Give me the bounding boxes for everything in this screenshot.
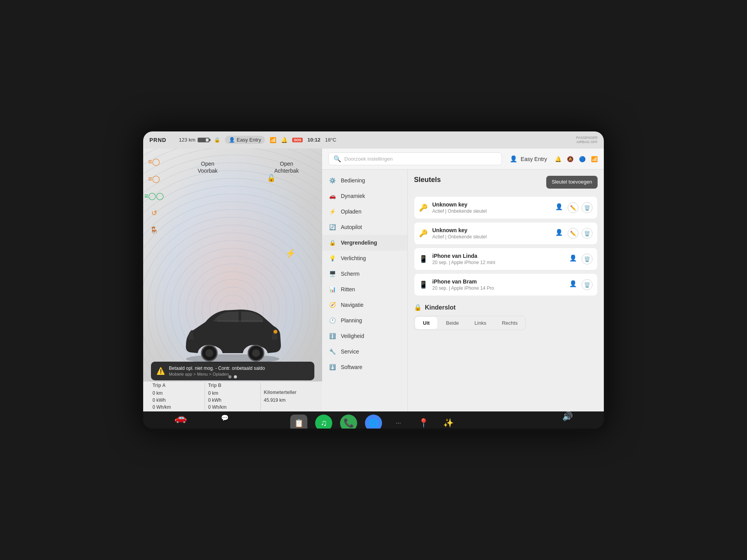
search-placeholder: Doorzoek instellingen bbox=[344, 156, 393, 162]
open-voorbak-label[interactable]: Open Voorbak bbox=[198, 160, 217, 174]
search-bar: 🔍 Doorzoek instellingen 👤 Easy Entry 🔔 🔕… bbox=[322, 149, 604, 170]
menu-item-software[interactable]: ⬇️ Software bbox=[322, 359, 407, 375]
key-user-icon: 👤 bbox=[569, 280, 579, 289]
key-name: Unknown key bbox=[432, 227, 551, 233]
menu-item-autopilot[interactable]: 🔄 Autopilot bbox=[322, 219, 407, 235]
bell-icon-header[interactable]: 🔕 bbox=[567, 156, 573, 162]
autopilot-label: Autopilot bbox=[341, 224, 362, 230]
tesla-screen: PRND 123 km 🔒 👤 Easy Entry 📶 🔔 SOS 10:12… bbox=[140, 128, 607, 432]
verlichting-icon: 💡 bbox=[328, 254, 336, 262]
menu-item-veiligheid[interactable]: ℹ️ Veiligheid bbox=[322, 328, 407, 344]
key-actions: 👤✏️🗑️ bbox=[555, 228, 593, 239]
key-info: iPhone van Bram 20 sep. | Apple iPhone 1… bbox=[432, 278, 565, 291]
message-taskbar-icon[interactable]: 💬 bbox=[221, 414, 229, 422]
phone-taskbar-icon[interactable]: 📞 bbox=[340, 415, 357, 432]
page-dots bbox=[228, 375, 237, 378]
sos-badge: SOS bbox=[292, 138, 303, 142]
menu-item-vergrendeling[interactable]: 🔒 Vergrendeling bbox=[322, 235, 407, 250]
charge-lightning: ⚡ bbox=[285, 248, 296, 259]
spotify-taskbar-icon[interactable]: ♫ bbox=[315, 415, 332, 432]
bediening-label: Bediening bbox=[341, 177, 365, 184]
toggle-btn-links[interactable]: Links bbox=[467, 316, 494, 330]
car-taskbar-icon[interactable]: 🚗 bbox=[174, 412, 187, 424]
settings-panel: 🔍 Doorzoek instellingen 👤 Easy Entry 🔔 🔕… bbox=[322, 149, 604, 411]
bluetooth-icon[interactable]: 🔵 bbox=[579, 156, 586, 162]
veiligheid-icon: ℹ️ bbox=[328, 332, 336, 340]
menu-item-scherm[interactable]: 🖥️ Scherm bbox=[322, 266, 407, 282]
key-row-key4: 📱 iPhone van Bram 20 sep. | Apple iPhone… bbox=[414, 273, 598, 296]
profile-header: 👤 Easy Entry bbox=[507, 155, 550, 163]
key-row-key1: 🔑 Unknown key Actief | Onbekende sleutel… bbox=[414, 196, 598, 219]
files-taskbar-icon[interactable]: 📋 bbox=[290, 415, 307, 432]
service-label: Service bbox=[341, 348, 359, 355]
odometer-label: Kilometerteller bbox=[264, 390, 313, 395]
menu-item-opladen[interactable]: ⚡ Opladen bbox=[322, 204, 407, 219]
key-delete-icon[interactable]: 🗑️ bbox=[582, 228, 593, 239]
profile-status[interactable]: 👤 Easy Entry bbox=[225, 136, 265, 144]
menu-item-bediening[interactable]: ⚙️ Bediening bbox=[322, 173, 407, 188]
svg-point-2 bbox=[205, 349, 213, 357]
status-bar: PRND 123 km 🔒 👤 Easy Entry 📶 🔔 SOS 10:12… bbox=[143, 131, 604, 149]
key-info: iPhone van Linda 20 sep. | Apple iPhone … bbox=[432, 253, 565, 265]
mode-icon: ≡◯◯ bbox=[148, 191, 160, 201]
software-label: Software bbox=[341, 364, 362, 370]
volume-taskbar-icon[interactable]: 🔊 bbox=[562, 411, 573, 422]
key-actions: 👤✏️🗑️ bbox=[555, 202, 593, 213]
dynamiek-icon: 🚗 bbox=[328, 192, 336, 200]
taskbar: 🚗 💬 📋 ♫ 📞 🌐 ··· 📍 ✨ 🔊 bbox=[143, 411, 604, 432]
settings-content: ⚙️ Bediening 🚗 Dynamiek ⚡ Opladen 🔄 Auto… bbox=[322, 170, 604, 411]
star-taskbar-icon[interactable]: ✨ bbox=[440, 415, 457, 432]
more-taskbar-icon[interactable]: ··· bbox=[390, 415, 407, 432]
svg-point-4 bbox=[252, 349, 260, 357]
menu-item-service[interactable]: 🔧 Service bbox=[322, 344, 407, 359]
profile-person-icon-header: 👤 bbox=[510, 155, 517, 163]
kinderslot-title: 🔒 Kinderslot bbox=[414, 304, 598, 311]
menu-item-navigatie[interactable]: 🧭 Navigatie bbox=[322, 297, 407, 313]
battery-indicator bbox=[198, 138, 209, 142]
navigatie-label: Navigatie bbox=[341, 302, 363, 308]
distance-value: 123 km bbox=[179, 137, 196, 143]
verlichting-label: Verlichting bbox=[341, 255, 366, 261]
key-delete-icon[interactable]: 🗑️ bbox=[582, 254, 593, 264]
autopilot-icon: 🔄 bbox=[328, 223, 336, 231]
key-edit-icon[interactable]: ✏️ bbox=[568, 228, 579, 239]
side-icons: ≡◯ ≡◯ ≡◯◯ ↺ 🪑 bbox=[148, 156, 160, 236]
search-input-wrap[interactable]: 🔍 Doorzoek instellingen bbox=[328, 152, 502, 165]
wifi-icon-header[interactable]: 📶 bbox=[591, 156, 598, 162]
service-icon: 🔧 bbox=[328, 348, 336, 355]
key-type-icon: 🔑 bbox=[419, 229, 428, 238]
key-edit-icon[interactable]: ✏️ bbox=[568, 202, 579, 213]
odometer-value: 45.919 km bbox=[264, 397, 313, 404]
browser-taskbar-icon[interactable]: 🌐 bbox=[365, 415, 382, 432]
maps-taskbar-icon[interactable]: 📍 bbox=[415, 415, 432, 432]
key-delete-icon[interactable]: 🗑️ bbox=[582, 202, 593, 213]
toggle-btn-beide[interactable]: Beide bbox=[438, 316, 466, 330]
warning-title: Betaald opl. niet mog. - Contr. onbetaal… bbox=[169, 366, 265, 371]
menu-panel: ⚙️ Bediening 🚗 Dynamiek ⚡ Opladen 🔄 Auto… bbox=[322, 170, 408, 411]
keys-list: 🔑 Unknown key Actief | Onbekende sleutel… bbox=[414, 196, 598, 296]
add-key-button[interactable]: Sleutel toevoegen bbox=[546, 176, 598, 189]
menu-item-ritten[interactable]: 📊 Ritten bbox=[322, 282, 407, 297]
menu-item-planning[interactable]: 🕐 Planning bbox=[322, 313, 407, 328]
open-achterbak-label[interactable]: Open Achterbak bbox=[274, 160, 299, 174]
planning-label: Planning bbox=[341, 317, 362, 324]
search-icon: 🔍 bbox=[333, 155, 341, 163]
key-status: Actief | Onbekende sleutel bbox=[432, 234, 551, 240]
key-status: Actief | Onbekende sleutel bbox=[432, 208, 551, 214]
ritten-icon: 📊 bbox=[328, 285, 336, 293]
menu-item-verlichting[interactable]: 💡 Verlichting bbox=[322, 250, 407, 266]
foglights-icon: ≡◯ bbox=[148, 173, 160, 184]
veiligheid-label: Veiligheid bbox=[341, 333, 364, 339]
key-delete-icon[interactable]: 🗑️ bbox=[582, 279, 593, 290]
headlights-icon: ≡◯ bbox=[148, 156, 160, 167]
alarm-icon-header[interactable]: 🔔 bbox=[555, 156, 561, 162]
header-icons: 🔔 🔕 🔵 📶 bbox=[555, 156, 598, 162]
alarm-icon: 🔔 bbox=[281, 137, 288, 143]
main-content: ≡◯ ≡◯ ≡◯◯ ↺ 🪑 Open Voorbak Open Achterba… bbox=[143, 149, 604, 411]
toggle-btn-uit[interactable]: Uit bbox=[415, 317, 437, 329]
menu-item-dynamiek[interactable]: 🚗 Dynamiek bbox=[322, 188, 407, 204]
trip-row: Trip A 0 km 0 kWh 0 Wh/km Trip B 0 km 0 … bbox=[143, 381, 322, 411]
section-title: Sleutels bbox=[414, 176, 441, 184]
toggle-btn-rechts[interactable]: Rechts bbox=[494, 316, 525, 330]
key-info: Unknown key Actief | Onbekende sleutel bbox=[432, 227, 551, 240]
